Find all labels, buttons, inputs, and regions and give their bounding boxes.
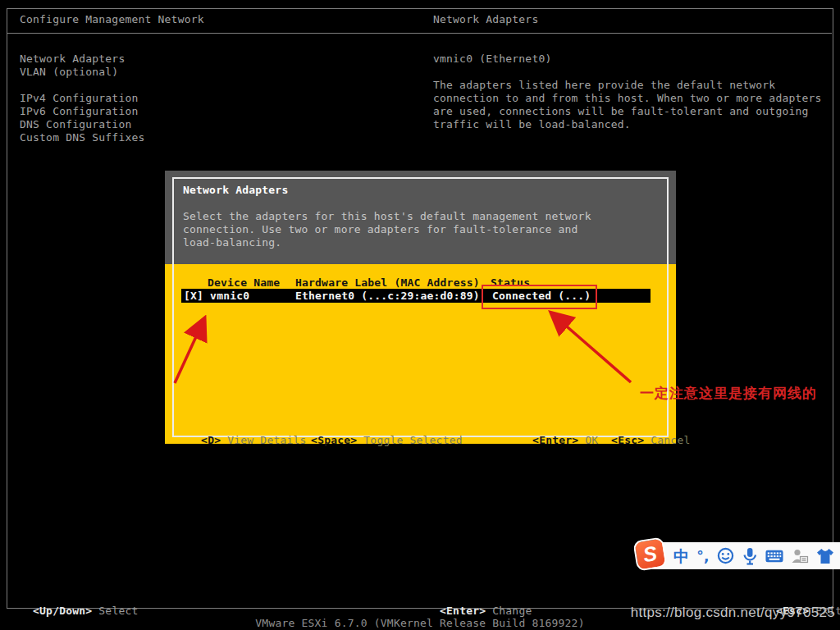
statusbar-label: Select — [98, 605, 138, 617]
annotation-text: 一定注意这里是接有网线的 — [640, 384, 817, 403]
key-esc: <Esc> — [611, 434, 651, 446]
dialog-description: Select the adapters for this host's defa… — [183, 210, 606, 249]
statusbar-select: <Up/Down> Select — [20, 591, 139, 618]
esxi-dcui-screen: { "screen": { "title_left": "Configure M… — [0, 0, 840, 630]
hint-label: Cancel — [651, 434, 690, 446]
key-d: <D> — [201, 434, 227, 446]
key-updown: <Up/Down> — [33, 605, 98, 617]
key-space: <Space> — [311, 434, 363, 446]
soft-keyboard-icon[interactable] — [765, 546, 783, 566]
ime-language-mode-icon[interactable]: 中 — [673, 546, 689, 566]
adapter-row-hardware[interactable]: Ethernet0 (...c:29:ae:d0:89) — [295, 290, 480, 303]
config-menu: Network Adapters VLAN (optional) IPv4 Co… — [20, 52, 145, 144]
hint-cancel: <Esc> Cancel — [585, 421, 690, 460]
emoji-icon[interactable] — [717, 546, 734, 566]
menu-item-custom-dns-suffixes[interactable]: Custom DNS Suffixes — [20, 131, 145, 144]
key-enter: <Enter> — [532, 434, 585, 446]
statusbar-change: <Enter> Change — [427, 591, 532, 618]
title-divider — [7, 33, 832, 34]
key-enter: <Enter> — [440, 605, 492, 617]
csdn-watermark: https://blog.csdn.net/qyy970525 — [631, 605, 835, 621]
statusbar-label: Change — [492, 605, 532, 617]
adapter-row-device[interactable]: [X] vmnic0 — [184, 290, 249, 303]
menu-item-dns[interactable]: DNS Configuration — [20, 118, 145, 131]
screen-title: Configure Management Network — [20, 13, 204, 26]
voice-input-icon[interactable] — [742, 546, 758, 566]
adapter-heading: vmnic0 (Ethernet0) — [433, 52, 551, 66]
hint-toggle-selected: <Space> Toggle Selected — [285, 421, 463, 460]
menu-item-ipv4[interactable]: IPv4 Configuration — [20, 92, 145, 105]
menu-item-network-adapters[interactable]: Network Adapters — [20, 52, 145, 66]
screen-section-title: Network Adapters — [433, 13, 538, 26]
annotation-highlight-box — [482, 285, 597, 309]
ime-punctuation-icon[interactable]: °, — [696, 546, 709, 566]
dialog-title: Network Adapters — [183, 184, 288, 197]
ime-toolbar[interactable]: S 中 °, — [639, 542, 840, 569]
column-header-hardware-label: Hardware Label (MAC Address) — [295, 277, 480, 289]
sogou-logo-icon[interactable]: S — [632, 536, 667, 571]
adapter-description: The adapters listed here provide the def… — [433, 79, 829, 131]
hint-label: Toggle Selected — [363, 434, 462, 446]
column-header-device-name: Device Name — [208, 277, 280, 289]
menu-item-ipv6[interactable]: IPv6 Configuration — [20, 105, 145, 118]
account-icon[interactable] — [791, 546, 809, 566]
network-adapters-dialog: Network Adapters Select the adapters for… — [165, 171, 676, 444]
menu-item-vlan[interactable]: VLAN (optional) — [20, 66, 145, 79]
skin-icon[interactable] — [816, 546, 834, 566]
